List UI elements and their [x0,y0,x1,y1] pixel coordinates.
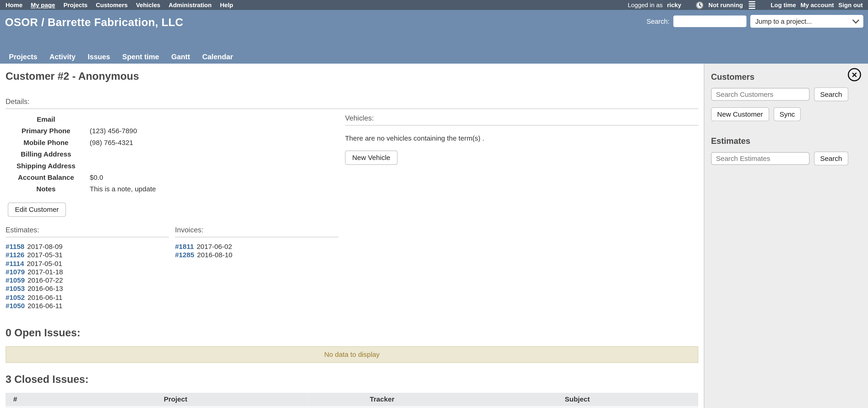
issue-tracker: Feature [308,406,456,408]
vehicles-section: Vehicles: There are no vehicles containi… [345,109,698,311]
timer-list-icon[interactable] [748,1,755,9]
sidebar-estimates-heading: Estimates [711,136,862,145]
edit-customer-button[interactable]: Edit Customer [8,202,66,217]
detail-value: (123) 456-7890 [86,126,159,137]
vehicles-divider [345,125,698,126]
close-icon[interactable]: ✕ [848,68,861,81]
estimate-link[interactable]: #1126 [5,251,25,259]
sync-button[interactable]: Sync [773,107,801,121]
estimate-item: #11582017-08-09 [5,243,175,251]
sign-out-link[interactable]: Sign out [838,2,863,8]
detail-value [86,161,159,172]
logged-in-label: Logged in as [628,2,663,8]
detail-label: Notes [5,184,86,195]
detail-row: Email [5,114,159,126]
main-area: Customer #2 - Anonymous Details: Email P… [0,64,868,408]
detail-row: Shipping Address [5,161,159,172]
estimate-date: 2016-07-22 [27,277,63,284]
jump-to-project-select[interactable]: Jump to a project... [750,15,863,28]
estimates-heading: Estimates: [5,226,175,234]
estimates-search-input[interactable] [711,152,810,165]
detail-row: Notes This is a note, update [5,184,159,195]
invoices-heading: Invoices: [175,226,344,234]
log-time-link[interactable]: Log time [771,2,796,8]
top-menu-vehicles[interactable]: Vehicles [136,2,160,8]
estimate-date: 2016-06-11 [27,294,62,302]
invoices-section: Invoices: #18112017-06-02 #12852016-08-1… [175,226,344,310]
closed-issues-table: # Project Tracker Subject 182 Redmine Fe… [5,393,698,408]
top-menu-left: Home My page Projects Customers Vehicles… [5,2,233,8]
estimate-item: #10532016-06-13 [5,285,175,294]
invoice-item: #18112017-06-02 [175,243,344,251]
sidebar: ✕ Customers Search New Customer Sync Est… [704,64,868,408]
open-issues-heading: 0 Open Issues: [5,327,698,339]
estimate-link[interactable]: #1079 [5,268,25,276]
tab-projects[interactable]: Projects [3,50,43,64]
top-menu-home[interactable]: Home [5,2,22,8]
tab-calendar[interactable]: Calendar [196,50,239,64]
invoices-divider [175,237,338,237]
detail-label: Mobile Phone [5,137,86,149]
estimate-date: 2017-05-31 [27,251,63,259]
estimate-item: #10792017-01-18 [5,268,175,277]
estimates-divider [5,237,169,237]
estimate-link[interactable]: #1114 [5,260,24,268]
detail-row: Account Balance $0.0 [5,172,159,183]
top-menu-my-page[interactable]: My page [31,2,55,8]
chevron-down-icon [852,16,860,24]
my-account-link[interactable]: My account [800,2,834,8]
detail-label: Email [5,114,86,126]
estimate-link[interactable]: #1059 [5,277,25,284]
top-menu-administration[interactable]: Administration [169,2,212,8]
tab-gantt[interactable]: Gantt [165,50,196,64]
details-table: Email Primary Phone (123) 456-7890 Mobil… [5,114,159,195]
tab-issues[interactable]: Issues [82,50,116,64]
invoice-link[interactable]: #1811 [175,243,194,251]
estimate-link[interactable]: #1052 [5,294,25,302]
jump-to-project-value: Jump to a project... [755,18,812,25]
new-customer-button[interactable]: New Customer [711,107,769,121]
vehicles-empty-message: There are no vehicles containing the ter… [345,134,698,142]
estimate-link[interactable]: #1158 [5,243,25,251]
logged-in-user: ricky [667,2,681,8]
detail-value: This is a note, update [86,184,159,195]
estimate-item: #10592016-07-22 [5,277,175,285]
vehicles-heading: Vehicles: [345,114,698,122]
customers-search-input[interactable] [711,88,810,101]
estimates-search-button[interactable]: Search [814,152,848,166]
timer-status: Not running [708,2,743,8]
estimate-date: 2016-06-11 [27,302,62,310]
estimate-item: #10502016-06-11 [5,302,175,311]
tab-activity[interactable]: Activity [43,50,82,64]
closed-issues-heading: 3 Closed Issues: [5,374,698,386]
header-search-area: Search: Jump to a project... [647,15,863,28]
new-vehicle-button[interactable]: New Vehicle [345,150,398,165]
screen: Home My page Projects Customers Vehicles… [0,0,868,408]
top-menu-bar: Home My page Projects Customers Vehicles… [0,0,868,10]
detail-row: Mobile Phone (98) 765-4321 [5,137,159,149]
estimate-date: 2016-06-13 [27,285,63,293]
timer-clock-icon[interactable] [695,1,704,9]
estimate-item: #11262017-05-31 [5,251,175,260]
main-menu-tabs: Projects Activity Issues Spent time Gant… [3,50,239,64]
estimate-link[interactable]: #1053 [5,285,25,293]
customers-search-button[interactable]: Search [814,88,848,101]
table-row: 182 Redmine Feature this is a test(Close… [5,406,698,408]
detail-value [86,114,159,126]
estimates-section: Estimates: #11582017-08-09 #11262017-05-… [5,226,175,310]
detail-label: Primary Phone [5,126,86,137]
top-menu-projects[interactable]: Projects [63,2,88,8]
tab-spent-time[interactable]: Spent time [116,50,165,64]
estimate-date: 2017-08-09 [27,243,63,251]
invoice-link[interactable]: #1285 [175,251,194,259]
sidebar-customers-heading: Customers [711,72,862,81]
invoice-date: 2017-06-02 [196,243,232,251]
detail-value: (98) 765-4321 [86,137,159,149]
details-column: Email Primary Phone (123) 456-7890 Mobil… [5,109,345,311]
estimate-link[interactable]: #1050 [5,302,25,310]
column-tracker: Tracker [308,393,456,406]
top-menu-help[interactable]: Help [220,2,233,8]
search-input[interactable] [673,15,746,27]
detail-label: Account Balance [5,172,86,183]
top-menu-customers[interactable]: Customers [96,2,128,8]
